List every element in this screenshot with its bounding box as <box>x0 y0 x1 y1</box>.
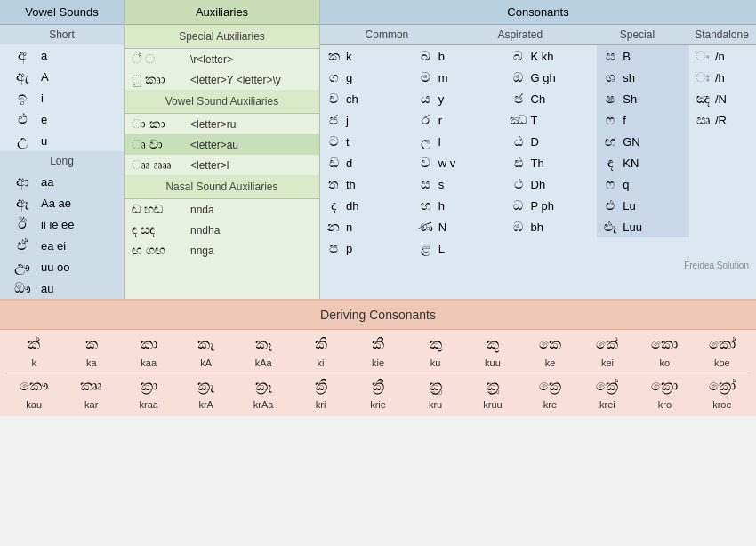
cons-sinhala: ප <box>324 240 343 256</box>
aux-sinhala: ා කා <box>132 116 185 132</box>
deriving-latin: kruu <box>464 399 521 410</box>
cons-sinhala: ඹ <box>509 219 528 235</box>
vowel-latin: a <box>41 49 47 62</box>
deriving-sinhala: ක්‍රැ <box>177 378 234 394</box>
list-item: ා කා <letter>ru <box>125 114 319 134</box>
list-item: ශ sh <box>597 67 689 88</box>
list-item: ධ P ph <box>505 195 598 216</box>
list-item: ෘ වා <letter>au <box>125 134 319 155</box>
cons-latin: g <box>346 71 352 84</box>
deriving-sinhala: කැ <box>177 336 234 352</box>
list-item: ල l <box>413 131 505 152</box>
deriving-latin: kru <box>406 399 463 410</box>
list-item: ඃ /h <box>689 67 756 88</box>
cons-sinhala: ඤ <box>693 91 712 107</box>
deriving-sinhala: කෝ <box>694 336 751 352</box>
list-item: ඖ au <box>0 277 124 299</box>
list-item: ඪ Th <box>505 152 598 173</box>
list-item: ඛ b <box>413 45 505 67</box>
common-subheader: Common <box>320 25 454 44</box>
cons-sinhala: ර <box>416 112 436 128</box>
list-item: ක් <box>5 336 62 352</box>
long-header: Long <box>0 151 124 171</box>
deriving-sinhala: ක්‍රා <box>120 378 177 394</box>
standalone-subheader: Standalone <box>688 25 756 44</box>
list-item: ප p <box>320 237 413 259</box>
list-item: ග g <box>320 67 413 88</box>
list-item: kei <box>579 357 636 368</box>
list-item: ෆ f <box>597 109 689 131</box>
cons-latin: B <box>623 50 631 63</box>
deriving-sinhala: ක් <box>5 336 62 352</box>
aux-sinhala: ෲ ෲෲ <box>132 157 185 173</box>
aux-latin: <letter>ru <box>190 118 236 131</box>
deriving-sinhala: කූ <box>464 336 521 352</box>
table-row: ප p ළ L <box>320 237 756 259</box>
vowel-latin: u <box>41 134 47 148</box>
list-item: ඈ Aa ae <box>0 192 124 213</box>
aux-sinhala: ඬ හඬ <box>132 202 185 217</box>
vowel-latin: au <box>41 282 53 295</box>
list-item: ki <box>292 357 349 368</box>
vowel-sinhala: ඉ <box>9 90 36 106</box>
list-item: ක්‍රෝ <box>694 378 751 394</box>
aux-sinhala: ු කෘා <box>132 72 185 87</box>
deriving-latin: k <box>5 357 62 368</box>
cons-sinhala: ජ <box>324 112 343 128</box>
deriving-sinhala: කා <box>120 336 177 352</box>
list-item: ඒ ea ei <box>0 235 124 256</box>
list-item: kA <box>177 357 234 368</box>
aux-latin: nndha <box>190 224 220 237</box>
list-item: ක්‍රු <box>406 378 463 394</box>
cons-latin: ch <box>346 92 358 106</box>
deriving-latin: krAa <box>235 399 292 410</box>
cons-latin: T <box>531 114 538 127</box>
list-item: kre <box>521 399 578 410</box>
list-item: ඟ GN <box>597 131 689 152</box>
list-item: ක k <box>320 45 413 67</box>
aux-sinhala: ඳ සඳ <box>132 222 185 237</box>
cons-sinhala: ය <box>416 91 436 107</box>
cons-sinhala: ළු <box>600 197 620 213</box>
list-item: කු <box>406 336 463 352</box>
deriving-sinhala: ක්‍රි <box>292 378 349 394</box>
list-item: kAa <box>235 357 292 368</box>
deriving-latin: kre <box>521 399 578 410</box>
list-item: ය y <box>413 88 505 109</box>
list-item: kri <box>292 399 349 410</box>
deriving-latin: kA <box>177 357 234 368</box>
vowel-latin: A <box>41 70 49 84</box>
cons-latin: D <box>531 135 539 149</box>
list-item: ු කෘා <letter>Y <letter>\y <box>125 69 319 90</box>
cons-sinhala: ධ <box>509 197 528 213</box>
cons-latin: q <box>623 178 629 191</box>
list-item: ඹ bh <box>505 216 598 237</box>
table-row: ක් ක කා කැ කෑ කි කී කු කූ කෙ කේ කො කෝ <box>5 333 751 355</box>
list-item: ක්‍රැ <box>177 378 234 394</box>
list-item <box>689 224 756 229</box>
list-item: ක්‍රෑ <box>235 378 292 394</box>
vowel-sounds-column: Vowel Sounds Short අ a ඇ A ඉ i එ e උ u <box>0 0 125 299</box>
list-item: ඤ /N <box>689 88 756 109</box>
deriving-sinhala: ක්‍රී <box>350 378 406 394</box>
list-item: ඣ T <box>505 109 598 131</box>
list-item: බ K kh <box>505 45 598 67</box>
deriving-latin: ka <box>62 357 119 368</box>
list-item: ඟ ගඟ nnga <box>125 240 319 261</box>
cons-latin: h <box>438 199 445 213</box>
cons-sinhala: ග <box>324 69 343 85</box>
cons-sinhala: ඣ <box>509 112 528 128</box>
vowel-sinhala: අ <box>9 47 36 63</box>
list-item: ක <box>62 336 119 352</box>
list-item: ඳ KN <box>597 152 689 173</box>
list-item: ඝ B <box>597 45 689 67</box>
cons-latin: l <box>438 135 441 149</box>
cons-latin: k <box>346 50 352 63</box>
aux-sinhala: ෘ වා <box>132 137 185 152</box>
list-item: ද dh <box>320 195 413 216</box>
list-item: ඡ Ch <box>505 88 598 109</box>
cons-sinhala: ඟ <box>600 133 620 149</box>
cons-latin: /N <box>715 92 727 106</box>
cons-latin: s <box>438 178 445 191</box>
list-item: krA <box>177 399 234 410</box>
